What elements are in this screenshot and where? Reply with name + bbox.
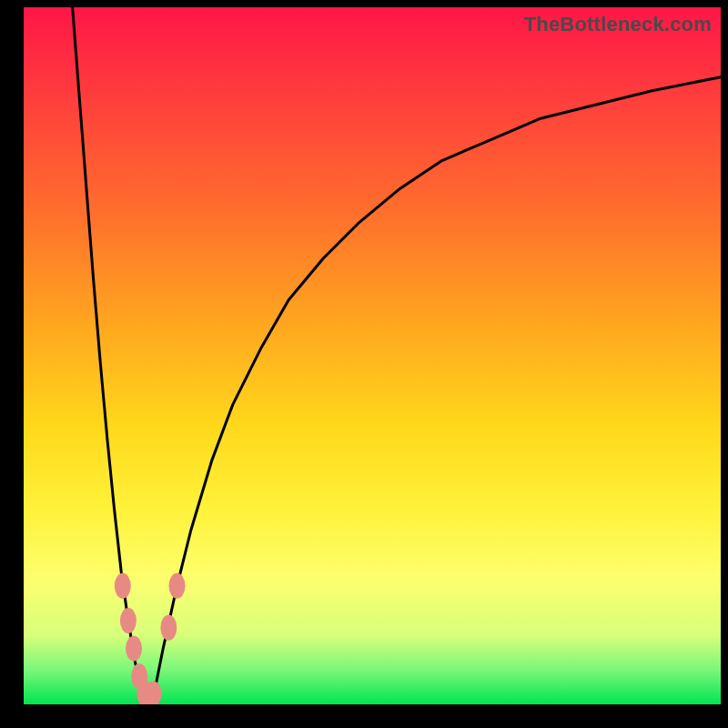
curve-layer xyxy=(73,7,721,704)
chart-svg xyxy=(24,7,721,704)
series-left-curve xyxy=(73,7,149,704)
left-marker-2 xyxy=(120,608,136,633)
right-marker-2 xyxy=(160,615,177,641)
right-marker-3 xyxy=(169,573,186,599)
marker-layer xyxy=(115,573,186,704)
plot-area: TheBottleneck.com xyxy=(24,7,721,704)
chart-frame: TheBottleneck.com xyxy=(0,0,728,728)
left-marker-3 xyxy=(126,636,142,662)
left-marker-1 xyxy=(115,573,131,599)
series-right-curve xyxy=(149,77,721,704)
